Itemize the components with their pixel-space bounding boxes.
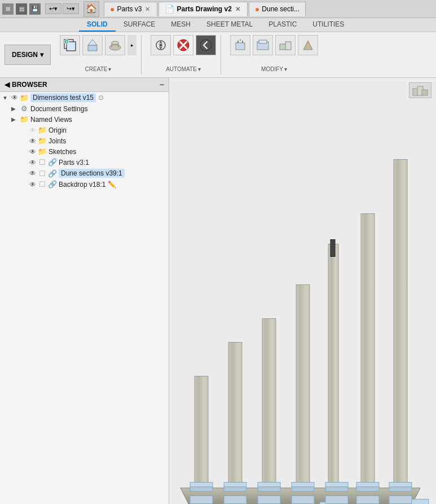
svg-rect-41 (361, 214, 375, 488)
svg-rect-30 (224, 487, 246, 492)
tree-folder-origin: 📁 (37, 126, 47, 134)
tree-arrow-doc-settings: ▶ (11, 106, 19, 112)
main-layout: ◀ BROWSER − ▼ 👁 📁 Dimensions test v15 ⊙ … (0, 78, 436, 504)
tree-eye-root[interactable]: 👁 (10, 94, 19, 102)
save-icon[interactable]: 💾 (29, 3, 41, 15)
revolve-button[interactable] (105, 35, 125, 55)
browser-collapse-icon[interactable]: − (160, 80, 164, 89)
tree-eye-backdrop[interactable]: 👁 (28, 181, 37, 189)
more-create-button[interactable]: ▸ (127, 35, 136, 55)
tree-box-dune: ☐ (37, 169, 47, 178)
tree-eye-parts[interactable]: 👁 (28, 159, 37, 166)
tree-item-named-views[interactable]: ▶ 📁 Named Views (0, 114, 169, 125)
tree-eye-sketches[interactable]: 👁 (28, 148, 37, 156)
toolbar: SOLID SURFACE MESH SHEET METAL PLASTIC U… (0, 18, 436, 78)
automate-label[interactable]: AUTOMATE ▾ (166, 66, 201, 72)
svg-marker-5 (88, 40, 97, 45)
svg-point-9 (160, 44, 162, 47)
tab-parts-drawing-close[interactable]: ✕ (234, 6, 241, 13)
create-chevron-icon: ▾ (108, 66, 111, 72)
tree-label-origin: Origin (49, 126, 67, 134)
svg-rect-37 (328, 244, 338, 488)
stop-button[interactable] (173, 35, 193, 55)
tree-arrow-named-views: ▶ (11, 116, 19, 122)
toolbar-content: DESIGN ▾ + (0, 32, 436, 77)
top-bar: ⊞ ▤ 💾 ↩▾ ↪▾ 🏠 ● Parts v3 ✕ 📄 Parts Drawi… (0, 0, 436, 18)
toolbar-tab-solid[interactable]: SOLID (79, 18, 116, 32)
automate-button[interactable] (151, 35, 171, 55)
tree-item-origin[interactable]: ▶ 👁 📁 Origin (0, 125, 169, 135)
tree-item-sketches[interactable]: ▶ 👁 📁 Sketches (0, 146, 169, 157)
tab-parts-drawing-v2[interactable]: 📄 Parts Drawing v2 ✕ (158, 2, 247, 16)
toolbar-tab-utilities[interactable]: UTILITIES (305, 18, 352, 32)
toolbar-tab-mesh[interactable]: MESH (163, 18, 199, 32)
tabs-row: ● Parts v3 ✕ 📄 Parts Drawing v2 ✕ ● Dune… (104, 2, 307, 16)
tree-arrow-backdrop: ▶ (20, 181, 28, 187)
svg-rect-25 (195, 376, 208, 488)
toolbar-tab-sheetmetal[interactable]: SHEET METAL (199, 18, 261, 32)
browser-header-left: ◀ BROWSER (5, 81, 47, 89)
tree-label-joints: Joints (49, 137, 66, 145)
tree-label-root: Dimensions test v15 (30, 93, 96, 102)
tab-dune-label: Dune secti... (262, 5, 300, 13)
tree-dot-icon: ⊙ (98, 94, 104, 102)
tab-parts-v3[interactable]: ● Parts v3 ✕ (104, 2, 157, 16)
tree-item-backdrop[interactable]: ▶ 👁 ☐ 🔗 Backdrop v18:1 ✏️ (0, 179, 169, 190)
canvas-area[interactable] (169, 78, 436, 504)
browser-header[interactable]: ◀ BROWSER − (0, 78, 169, 92)
tree-arrow-joints: ▶ (20, 138, 28, 144)
modify-icons (230, 35, 318, 55)
create-label[interactable]: CREATE ▾ (85, 66, 112, 72)
tab-parts-v3-label: Parts v3 (117, 5, 142, 13)
svg-rect-14 (236, 43, 245, 50)
modify-label-text: MODIFY (261, 66, 283, 72)
svg-rect-33 (258, 487, 280, 492)
tree-arrow-dune: ▶ (20, 170, 28, 177)
svg-rect-50 (292, 496, 314, 504)
tree-item-doc-settings[interactable]: ▶ ⚙ Document Settings (0, 103, 169, 114)
tab-parts-v3-close[interactable]: ✕ (144, 6, 151, 13)
undo-button[interactable]: ↩▾ (45, 3, 61, 14)
svg-rect-43 (356, 487, 379, 492)
app-icons: ⊞ ▤ 💾 (2, 3, 41, 15)
tree-item-joints[interactable]: ▶ 👁 📁 Joints (0, 135, 169, 146)
redo-button[interactable]: ↪▾ (63, 3, 79, 14)
tree-item-dune-sections[interactable]: ▶ 👁 ☐ 🔗 Dune sections v39:1 (0, 168, 169, 179)
design-dropdown[interactable]: DESIGN ▾ (5, 45, 51, 65)
tree-eye-joints[interactable]: 👁 (28, 137, 37, 145)
tab-dune-section[interactable]: ● Dune secti... (249, 2, 306, 16)
extrude-button[interactable] (82, 35, 103, 55)
tree-eye-origin[interactable]: 👁 (28, 126, 37, 134)
back-button[interactable] (196, 35, 216, 55)
svg-rect-38 (331, 240, 335, 257)
design-chevron-icon: ▾ (40, 51, 43, 59)
modify-btn-2[interactable] (253, 35, 273, 55)
tab-parts-v3-icon: ● (110, 5, 114, 14)
tree-edit-icon: ✏️ (108, 181, 116, 189)
tree-item-parts-v3-1[interactable]: ▶ 👁 ☐ 🔗 Parts v3:1 (0, 157, 169, 168)
create-icons: + ▸ (60, 35, 136, 55)
svg-rect-36 (292, 487, 314, 492)
modify-btn-1[interactable] (230, 35, 250, 55)
toolbar-tab-surface[interactable]: SURFACE (116, 18, 164, 32)
tree-label-sketches: Sketches (49, 148, 76, 156)
grid-icon[interactable]: ⊞ (2, 3, 14, 15)
tree-gear-icon: ⚙ (19, 104, 29, 113)
tree-box-parts: ☐ (37, 158, 47, 166)
modify-btn-3[interactable] (275, 35, 296, 55)
home-button[interactable]: 🏠 (83, 1, 99, 17)
modify-label[interactable]: MODIFY ▾ (261, 66, 287, 72)
tree-eye-dune[interactable]: 👁 (28, 169, 37, 177)
svg-rect-40 (325, 487, 348, 492)
sidebar: ◀ BROWSER − ▼ 👁 📁 Dimensions test v15 ⊙ … (0, 78, 169, 504)
svg-marker-19 (303, 41, 312, 50)
svg-rect-49 (258, 496, 280, 504)
undo-redo-group: ↩▾ ↪▾ (45, 3, 79, 14)
tab-dune-icon: ● (255, 5, 259, 14)
modify-group: MODIFY ▾ (226, 35, 323, 74)
new-component-button[interactable]: + (60, 35, 80, 55)
modify-btn-4[interactable] (298, 35, 318, 55)
toolbar-tab-plastic[interactable]: PLASTIC (261, 18, 305, 32)
tree-item-root[interactable]: ▼ 👁 📁 Dimensions test v15 ⊙ (0, 92, 169, 103)
menu-icon[interactable]: ▤ (16, 3, 27, 15)
